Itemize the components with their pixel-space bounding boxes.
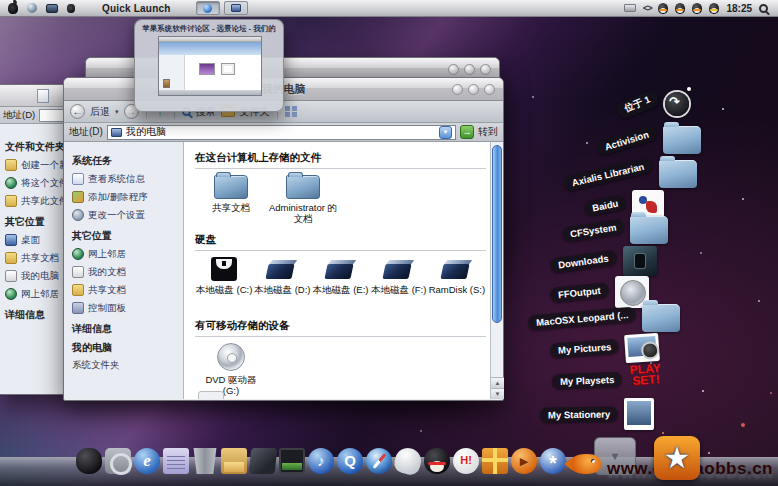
finder-apple-icon[interactable]	[76, 448, 102, 474]
my-computer-place-icon	[5, 270, 17, 282]
address-bar: 地址(D) 我的电脑 ▼ → 转到	[64, 123, 503, 142]
drive-c[interactable]: 本地磁盘 (C:)	[195, 257, 253, 295]
desktop-item-my-stationery[interactable]: My Stationery	[540, 398, 654, 430]
display-icon[interactable]	[46, 4, 58, 13]
qq-tray-icon-3[interactable]	[692, 3, 702, 14]
window-button-3[interactable]	[480, 64, 491, 75]
task-item-add-remove[interactable]: 添加/删除程序	[72, 191, 183, 203]
vertical-scrollbar[interactable]: ▲ ▼	[490, 142, 503, 399]
scroll-up-arrow[interactable]: ▲	[491, 377, 504, 388]
task-item-system-info[interactable]: 查看系统信息	[72, 173, 183, 185]
qq-tray-icon-4[interactable]	[709, 3, 719, 14]
folder-icon[interactable]	[642, 304, 680, 332]
trash-icon[interactable]	[192, 448, 218, 474]
place-control-panel[interactable]: 控制面板	[72, 302, 183, 314]
star-app-icon[interactable]: ★	[654, 436, 700, 480]
fan-collapse-icon[interactable]	[665, 92, 689, 116]
desktop-item-cfsystem[interactable]: CFSystem	[562, 216, 668, 244]
desktop-item-my-pictures[interactable]: My Pictures	[550, 334, 659, 362]
apple-small-icon[interactable]	[67, 4, 75, 13]
quicktime-icon[interactable]: Q	[337, 448, 363, 474]
go-label[interactable]: 转到	[478, 125, 498, 139]
sphere-icon[interactable]	[27, 3, 37, 13]
preview-title: 苹果系统软件讨论区 - 远景论坛 - 我们的	[135, 24, 283, 34]
disk-icon	[266, 257, 298, 281]
menu-clock: 18:25	[726, 3, 752, 14]
printer-tray-icon[interactable]	[624, 4, 636, 12]
file-item-shared-docs[interactable]: 共享文档	[195, 175, 267, 213]
dvd-drive-g[interactable]: DVD 驱动器 (G:)	[195, 343, 267, 396]
code-brackets-icon[interactable]: <>	[643, 3, 652, 13]
hi-messenger-icon[interactable]: H!	[453, 448, 479, 474]
snowflake-ball-icon[interactable]: *	[540, 448, 566, 474]
apple-menu-icon[interactable]	[8, 3, 18, 14]
my-computer-window[interactable]: 我的电脑 ← 后退 ▾ → ↑ 搜索 文件夹 地址(D) 我的电脑 ▼ → 转到	[63, 77, 504, 401]
system-gear-icon[interactable]	[105, 448, 131, 474]
address-dropdown-button[interactable]: ▼	[439, 126, 452, 139]
window-button-2[interactable]	[464, 64, 475, 75]
playset-text-icon[interactable]: PLAY SET!	[627, 363, 665, 397]
package-box-icon[interactable]	[221, 448, 247, 474]
folder-icon[interactable]	[630, 216, 668, 244]
details-item-name: 我的电脑	[72, 341, 183, 355]
folder-icon[interactable]	[659, 160, 697, 188]
address-label: 地址(D)	[3, 109, 35, 122]
taskbar-button-computer[interactable]	[224, 1, 248, 15]
back-dropdown-caret[interactable]: ▾	[115, 108, 119, 116]
media-player-icon[interactable]: ▶	[511, 448, 537, 474]
spotlight-search-icon[interactable]	[759, 4, 768, 13]
details-item-kind: 系统文件夹	[72, 359, 183, 372]
desktop-item-label: Activision	[595, 124, 658, 156]
stamp-icon[interactable]	[624, 398, 654, 430]
views-icon[interactable]	[285, 106, 297, 117]
scroll-down-arrow[interactable]: ▼	[491, 388, 504, 399]
desktop-item-label: Downloads	[549, 249, 617, 273]
qq-tray-icon-2[interactable]	[675, 3, 685, 14]
folder-icon[interactable]	[663, 126, 701, 154]
taskbar-button-browser[interactable]	[196, 1, 220, 15]
address-combobox[interactable]: 我的电脑 ▼	[107, 125, 456, 140]
go-button[interactable]: →	[460, 125, 474, 139]
minimize-button[interactable]	[452, 84, 463, 95]
drive-e[interactable]: 本地磁盘 (E:)	[311, 257, 369, 295]
video-clip-icon[interactable]	[279, 448, 305, 474]
menu-bar: Quick Launch <> 18:25	[0, 0, 778, 17]
photo-stack-icon[interactable]	[624, 333, 660, 363]
gift-box-icon[interactable]	[482, 448, 508, 474]
internet-explorer-icon[interactable]: e	[134, 448, 160, 474]
white-shark-icon[interactable]	[392, 445, 424, 477]
safari-icon[interactable]	[366, 448, 392, 474]
notes-icon[interactable]	[163, 448, 189, 474]
desktop-item-downloads[interactable]: Downloads	[550, 246, 657, 276]
publish-web-icon	[5, 177, 17, 189]
black-pouch-icon[interactable]	[249, 448, 278, 474]
goldfish-icon[interactable]	[569, 454, 601, 474]
desktop-item-macosx-leopard[interactable]: MacOSX Leopard (...	[528, 304, 680, 332]
place-shared-documents[interactable]: 共享文档	[72, 284, 183, 296]
task-item-change-setting[interactable]: 更改一个设置	[72, 209, 183, 221]
desktop-item-activision[interactable]: Activision	[596, 126, 701, 154]
window-button-1[interactable]	[448, 64, 459, 75]
dark-folder-icon[interactable]	[623, 246, 657, 276]
browser-thumbnail[interactable]	[158, 36, 262, 96]
taskbar-preview-popup[interactable]: 苹果系统软件讨论区 - 远景论坛 - 我们的	[134, 19, 284, 112]
close-button[interactable]	[484, 84, 495, 95]
file-item-admin-docs[interactable]: Administrator 的文档	[267, 175, 339, 224]
drive-s[interactable]: RamDisk (S:)	[428, 257, 486, 295]
scrollbar-thumb[interactable]	[492, 145, 502, 323]
place-network[interactable]: 网上邻居	[72, 248, 183, 260]
desktop-item-my-playsets[interactable]: My Playsets PLAY SET!	[552, 364, 664, 396]
network-place-icon	[5, 288, 17, 300]
qq-tray-icon-1[interactable]	[658, 3, 668, 14]
place-my-documents[interactable]: 我的文档	[72, 266, 183, 278]
desktop-item-fan[interactable]: 位于 1	[616, 92, 689, 116]
qq-penguin-icon[interactable]	[424, 448, 450, 474]
shared-docs-icon	[5, 252, 17, 264]
disk-icon	[441, 257, 473, 281]
desktop-item-axialis[interactable]: Axialis Librarian	[563, 160, 697, 188]
drive-f[interactable]: 本地磁盘 (F:)	[370, 257, 428, 295]
back-button[interactable]: ←	[70, 104, 85, 119]
drive-d[interactable]: 本地磁盘 (D:)	[253, 257, 311, 295]
maximize-button[interactable]	[468, 84, 479, 95]
itunes-icon[interactable]: ♪	[308, 448, 334, 474]
